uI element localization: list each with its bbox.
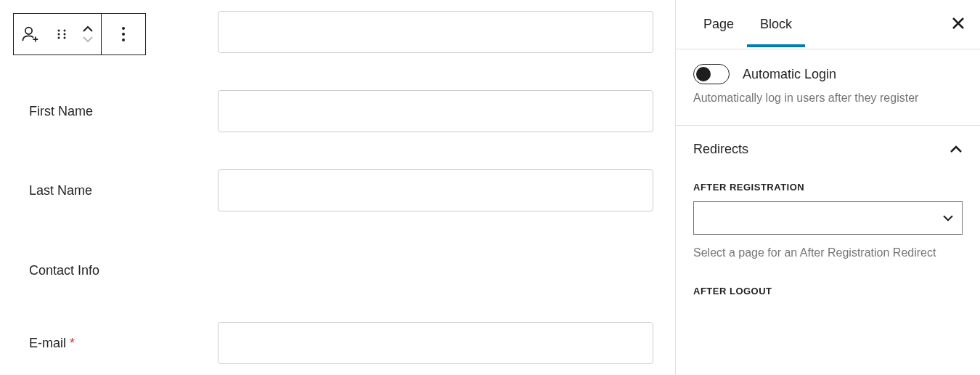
redirects-panel-header[interactable]: Redirects <box>676 126 980 173</box>
svg-point-6 <box>64 37 66 39</box>
after-registration-select[interactable] <box>693 201 963 235</box>
input-firstname[interactable] <box>218 90 653 132</box>
drag-icon <box>55 28 68 41</box>
after-registration-desc: Select a page for an After Registration … <box>693 246 963 259</box>
form-row-lastname: Last Name <box>29 169 661 211</box>
more-options-button[interactable] <box>102 14 145 55</box>
sidebar-tabs: Page Block <box>676 0 980 49</box>
redirects-title: Redirects <box>693 142 748 157</box>
required-marker: * <box>70 336 75 350</box>
section-contact-info: Contact Info <box>29 249 661 322</box>
svg-point-4 <box>64 33 66 36</box>
drag-handle[interactable] <box>49 14 75 55</box>
toggle-knob <box>696 67 711 81</box>
user-plus-icon <box>21 24 41 44</box>
more-icon <box>121 26 126 42</box>
settings-sidebar: Page Block Automatic Login Automatically… <box>675 0 980 375</box>
svg-point-7 <box>122 27 125 30</box>
tab-page[interactable]: Page <box>690 2 747 47</box>
close-sidebar-button[interactable] <box>951 16 965 33</box>
after-registration-heading: AFTER REGISTRATION <box>693 182 963 193</box>
redirects-panel-body: AFTER REGISTRATION Select a page for an … <box>676 173 980 323</box>
form-row-email: E-mail * <box>29 322 661 364</box>
auto-login-label: Automatic Login <box>743 67 836 82</box>
svg-point-1 <box>58 30 60 32</box>
svg-point-5 <box>58 37 60 39</box>
after-logout-heading: AFTER LOGOUT <box>693 286 963 297</box>
editor-canvas[interactable]: Username * First Name Last Name Contact … <box>0 0 668 375</box>
svg-point-9 <box>122 39 125 41</box>
form-block: Username * First Name Last Name Contact … <box>0 0 668 375</box>
chevron-up-icon <box>82 25 94 33</box>
svg-point-8 <box>122 33 125 36</box>
label-firstname: First Name <box>29 104 218 119</box>
sidebar-body[interactable]: Automatic Login Automatically log in use… <box>676 49 980 375</box>
input-email[interactable] <box>218 322 653 364</box>
auto-login-section: Automatic Login Automatically log in use… <box>676 49 980 126</box>
auto-login-toggle[interactable] <box>693 64 730 84</box>
svg-point-0 <box>25 28 32 34</box>
label-email: E-mail * <box>29 336 218 351</box>
auto-login-desc: Automatically log in users after they re… <box>693 92 963 105</box>
close-icon <box>951 16 965 31</box>
tab-block[interactable]: Block <box>747 2 805 47</box>
block-type-button[interactable] <box>14 14 49 55</box>
chevron-up-icon <box>950 145 963 153</box>
input-username[interactable] <box>218 11 653 53</box>
label-lastname: Last Name <box>29 183 218 198</box>
form-row-firstname: First Name <box>29 90 661 132</box>
move-up-button[interactable] <box>75 25 101 33</box>
chevron-down-icon <box>82 36 94 43</box>
svg-point-3 <box>58 33 60 36</box>
input-lastname[interactable] <box>218 169 653 211</box>
block-toolbar <box>13 13 146 55</box>
svg-point-2 <box>64 30 66 32</box>
move-down-button[interactable] <box>75 36 101 43</box>
